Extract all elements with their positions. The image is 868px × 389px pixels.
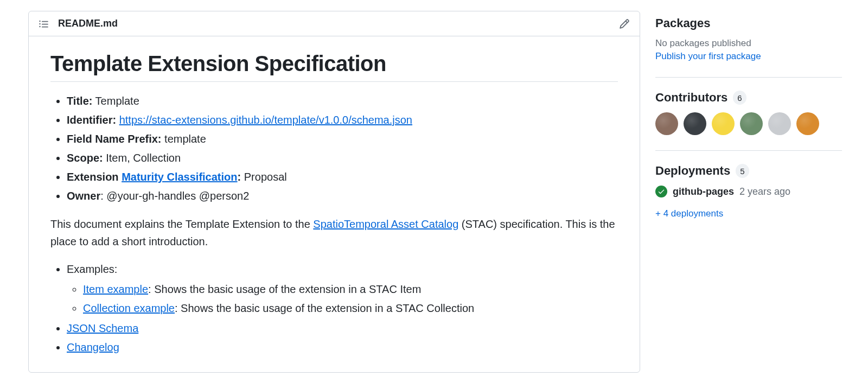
deployment-row[interactable]: github-pages 2 years ago — [655, 186, 842, 197]
meta-scope: Scope: Item, Collection — [67, 149, 618, 168]
article-heading: Template Extension Specification — [50, 52, 618, 82]
deployments-section: Deployments 5 github-pages 2 years ago +… — [655, 164, 842, 219]
intro-paragraph: This document explains the Template Exte… — [50, 215, 618, 250]
item-example-link[interactable]: Item example — [83, 283, 148, 295]
deployment-time: 2 years ago — [739, 186, 790, 197]
changelog-link[interactable]: Changelog — [67, 341, 119, 353]
collection-example-row: Collection example: Shows the basic usag… — [83, 299, 618, 318]
check-circle-icon — [655, 186, 667, 197]
maturity-link[interactable]: Maturity Classification — [122, 171, 237, 183]
readme-header: README.md — [29, 11, 640, 36]
meta-maturity: Extension Maturity Classification: Propo… — [67, 168, 618, 187]
contributor-avatar[interactable] — [768, 112, 791, 135]
contributors-heading[interactable]: Contributors 6 — [655, 91, 842, 105]
sidebar: Packages No packages published Publish y… — [640, 0, 868, 389]
contributor-avatar[interactable] — [740, 112, 763, 135]
contributor-avatar[interactable] — [796, 112, 819, 135]
divider — [655, 150, 842, 151]
deployments-heading[interactable]: Deployments 5 — [655, 164, 842, 178]
contributor-avatar[interactable] — [655, 112, 678, 135]
list-icon[interactable] — [39, 18, 49, 29]
meta-title: Title: Template — [67, 92, 618, 111]
collection-example-link[interactable]: Collection example — [83, 302, 175, 314]
contributors-count: 6 — [733, 91, 746, 105]
deployment-env: github-pages — [673, 186, 734, 197]
meta-owner: Owner: @your-gh-handles @person2 — [67, 187, 618, 206]
readme-body: Template Extension Specification Title: … — [29, 36, 640, 372]
divider — [655, 77, 842, 78]
packages-section: Packages No packages published Publish y… — [655, 16, 842, 62]
deployments-count: 5 — [736, 164, 749, 178]
more-deployments-link[interactable]: + 4 deployments — [655, 208, 723, 219]
meta-identifier: Identifier: https://stac-extensions.gith… — [67, 111, 618, 130]
meta-prefix: Field Name Prefix: template — [67, 130, 618, 149]
json-schema-row: JSON Schema — [67, 319, 618, 338]
contributors-section: Contributors 6 — [655, 91, 842, 135]
packages-heading[interactable]: Packages — [655, 16, 842, 30]
changelog-row: Changelog — [67, 338, 618, 357]
examples-label: Examples: Item example: Shows the basic … — [67, 260, 618, 318]
stac-link[interactable]: SpatioTemporal Asset Catalog — [313, 218, 458, 230]
readme-filename[interactable]: README.md — [58, 18, 118, 29]
contributor-avatar[interactable] — [712, 112, 735, 135]
readme-box: README.md Template Extension Specificati… — [28, 11, 640, 373]
pencil-icon[interactable] — [619, 18, 630, 29]
contributor-avatar[interactable] — [684, 112, 706, 135]
json-schema-link[interactable]: JSON Schema — [67, 322, 138, 334]
packages-empty-text: No packages published — [655, 38, 842, 49]
item-example-row: Item example: Shows the basic usage of t… — [83, 280, 618, 299]
identifier-link[interactable]: https://stac-extensions.github.io/templa… — [119, 114, 412, 126]
publish-package-link[interactable]: Publish your first package — [655, 51, 761, 62]
